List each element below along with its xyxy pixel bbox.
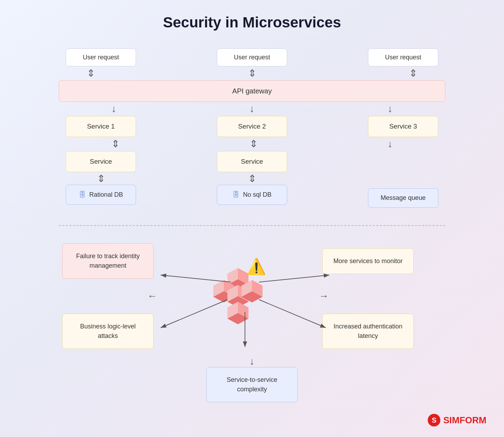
col-2: Service ⇕ 🗄 No sql DB	[217, 151, 287, 205]
down-arrow-2: ↓	[250, 104, 254, 114]
col-3: Message queue	[368, 151, 438, 208]
user-request-3: User request	[368, 48, 438, 66]
arrow-s1: ⇕	[97, 172, 105, 185]
right-arrow-row: →	[319, 291, 417, 302]
service-3: Service 3	[368, 116, 438, 137]
arrow-1: ⇕	[87, 69, 95, 78]
arrows-between-services: ⇕ ⇕ ↓	[59, 137, 445, 151]
left-arrow-row: ←	[59, 291, 157, 302]
user-request-2: User request	[217, 48, 287, 66]
challenge-service-complexity: Service-to-service complexity	[206, 367, 298, 402]
arrow-3: ⇕	[409, 69, 417, 78]
db-icon-1: 🗄	[79, 191, 86, 199]
challenge-more-services: More services to monitor	[322, 248, 414, 274]
down-arrow-1: ↓	[111, 104, 116, 114]
rational-db-box: 🗄 Rational DB	[66, 185, 136, 205]
col-1: Service ⇕ 🗄 Rational DB	[66, 151, 136, 205]
service-2b: Service	[217, 151, 287, 172]
arrows-to-services: ↓ ↓ ↓	[59, 102, 445, 116]
down-arrow-3: ↓	[388, 104, 393, 114]
bottom-diagram: Failure to track identity management ⚠️	[59, 243, 445, 402]
arrows-to-gateway: ⇕ ⇕ ⇕	[59, 66, 445, 80]
message-queue-box: Message queue	[368, 188, 438, 208]
sub-services-row: Service ⇕ 🗄 Rational DB Service ⇕ 🗄 No s…	[59, 151, 445, 208]
db-icon-2: 🗄	[232, 191, 239, 199]
arrow-2: ⇕	[248, 69, 256, 78]
user-requests-row: User request User request User request	[59, 48, 445, 66]
nosql-db-box: 🗄 No sql DB	[217, 185, 287, 205]
top-diagram: User request User request User request ⇕…	[59, 48, 445, 208]
center-cluster: ⚠️	[203, 261, 273, 331]
api-gateway-row: API gateway	[59, 80, 445, 102]
warning-icon: ⚠️	[247, 257, 266, 276]
services-row-1: Service 1 Service 2 Service 3	[59, 116, 445, 137]
service-1: Service 1	[66, 116, 136, 137]
service-2: Service 2	[217, 116, 287, 137]
challenge-failure: Failure to track identity management	[62, 243, 154, 279]
user-request-1: User request	[66, 48, 136, 66]
api-gateway-box: API gateway	[59, 80, 445, 102]
mid-arrow-2: ⇕	[250, 139, 258, 149]
challenge-auth-latency: Increased authentication latency	[322, 314, 414, 349]
mid-arrow-3: ↓	[388, 139, 393, 149]
challenge-business-logic: Business logic-level attacks	[62, 314, 154, 349]
service-1b: Service	[66, 151, 136, 172]
section-divider	[59, 225, 445, 226]
arrow-s2: ⇕	[248, 172, 256, 185]
mid-arrow-1: ⇕	[111, 139, 119, 149]
page-title: Security in Microservices	[163, 14, 341, 31]
simform-logo: S SIMFORM	[428, 414, 486, 426]
down-arrow-complexity: ↓	[250, 356, 254, 367]
simform-icon: S	[428, 414, 440, 426]
